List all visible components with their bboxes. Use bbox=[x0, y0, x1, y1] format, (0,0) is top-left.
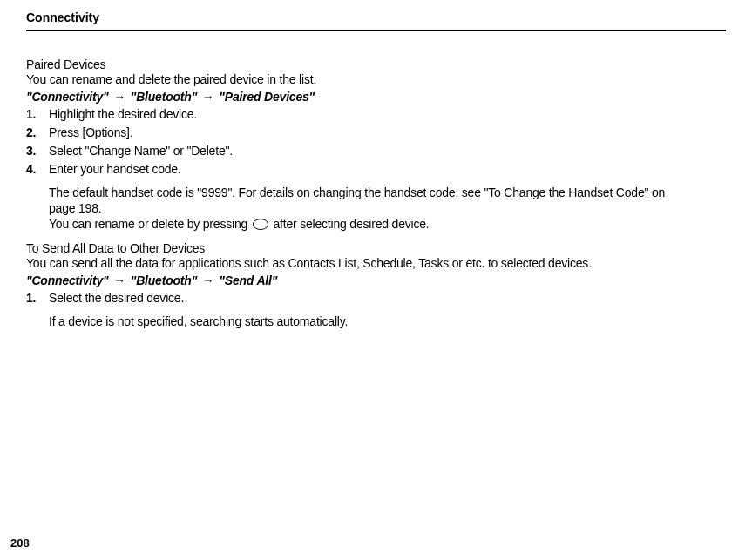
note-line-part: You can rename or delete by pressing bbox=[49, 217, 251, 231]
breadcrumb-part: "Paired Devices" bbox=[219, 90, 315, 104]
breadcrumb-send-all: "Connectivity" → "Bluetooth" → "Send All… bbox=[26, 273, 688, 287]
steps-list: 1. Select the desired device. bbox=[26, 291, 688, 305]
step-text: Select "Change Name" or "Delete". bbox=[49, 144, 688, 158]
arrow-icon: → bbox=[113, 90, 125, 104]
page-header-title: Connectivity bbox=[26, 10, 726, 24]
note-line-part: after selecting desired device. bbox=[270, 217, 430, 231]
arrow-icon: → bbox=[113, 273, 125, 287]
header-divider bbox=[26, 30, 726, 31]
arrow-icon: → bbox=[202, 90, 214, 104]
step-number: 3. bbox=[26, 144, 49, 158]
page-number: 208 bbox=[10, 536, 30, 550]
breadcrumb-paired-devices: "Connectivity" → "Bluetooth" → "Paired D… bbox=[26, 90, 688, 104]
step-text: Highlight the desired device. bbox=[49, 107, 688, 121]
breadcrumb-part: "Connectivity" bbox=[26, 273, 109, 287]
breadcrumb-part: "Send All" bbox=[219, 273, 277, 287]
breadcrumb-part: "Bluetooth" bbox=[131, 90, 197, 104]
section-send-all-desc: You can send all the data for applicatio… bbox=[26, 256, 688, 270]
note-line: The default handset code is "9999". For … bbox=[49, 186, 665, 215]
step-number: 1. bbox=[26, 107, 49, 121]
section-paired-devices-title: Paired Devices bbox=[26, 57, 688, 71]
section-send-all-title: To Send All Data to Other Devices bbox=[26, 241, 688, 255]
step-item: 4. Enter your handset code. bbox=[26, 162, 688, 176]
steps-list: 1. Highlight the desired device. 2. Pres… bbox=[26, 107, 688, 176]
step-item: 2. Press [Options]. bbox=[26, 125, 688, 139]
step-number: 4. bbox=[26, 162, 49, 176]
step-item: 3. Select "Change Name" or "Delete". bbox=[26, 144, 688, 158]
step-text: Enter your handset code. bbox=[49, 162, 688, 176]
step-note: If a device is not specified, searching … bbox=[49, 314, 688, 329]
breadcrumb-part: "Bluetooth" bbox=[131, 273, 197, 287]
step-text: Select the desired device. bbox=[49, 291, 688, 305]
step-number: 2. bbox=[26, 125, 49, 139]
arrow-icon: → bbox=[202, 273, 214, 287]
circle-button-icon bbox=[253, 219, 268, 230]
step-number: 1. bbox=[26, 291, 49, 305]
step-item: 1. Select the desired device. bbox=[26, 291, 688, 305]
breadcrumb-part: "Connectivity" bbox=[26, 90, 109, 104]
page-content: Paired Devices You can rename and delete… bbox=[26, 57, 688, 329]
step-note: The default handset code is "9999". For … bbox=[49, 185, 688, 233]
step-text: Press [Options]. bbox=[49, 125, 688, 139]
section-paired-devices-desc: You can rename and delete the paired dev… bbox=[26, 72, 688, 86]
step-item: 1. Highlight the desired device. bbox=[26, 107, 688, 121]
